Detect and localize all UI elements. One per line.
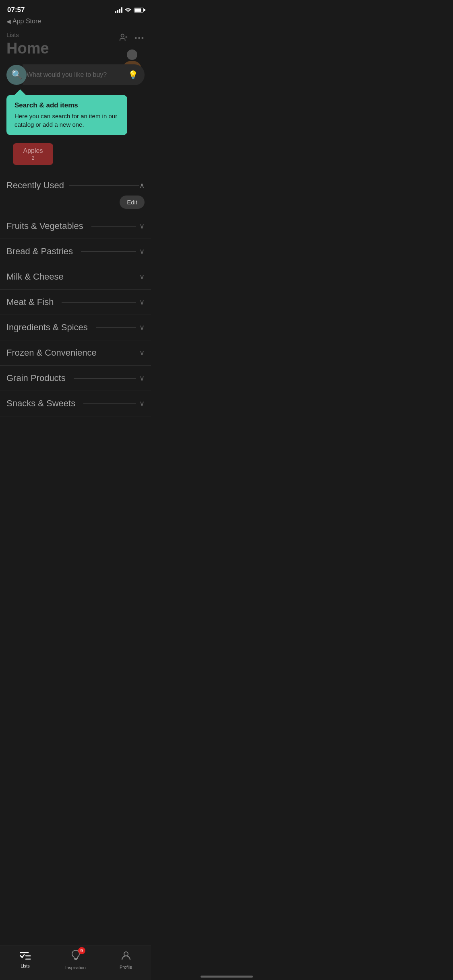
search-icon: 🔍 [11, 70, 22, 80]
battery-icon [134, 8, 144, 12]
section-divider [81, 251, 136, 252]
section-divider [62, 302, 136, 303]
app-store-label: App Store [12, 18, 41, 25]
apples-count: 2 [32, 155, 35, 161]
recently-used-chevron-icon[interactable]: ∧ [139, 181, 145, 190]
category-bread-pastries[interactable]: Bread & Pastries ∨ [0, 239, 151, 264]
search-circle[interactable]: 🔍 [6, 65, 27, 85]
apples-chip[interactable]: Apples 2 [13, 143, 53, 165]
section-divider [91, 226, 136, 226]
chevron-down-icon: ∨ [139, 247, 145, 256]
lists-label: Lists [6, 31, 49, 38]
section-divider [96, 327, 136, 328]
category-label: Fruits & Vegetables [6, 221, 83, 231]
signal-icon [115, 7, 122, 13]
chevron-down-icon: ∨ [139, 399, 145, 408]
status-bar: 07:57 [0, 0, 151, 18]
tooltip-body: Here you can search for an item in our c… [14, 112, 119, 129]
chevron-down-icon: ∨ [139, 272, 145, 281]
category-label: Ingredients & Spices [6, 322, 88, 333]
status-icons [115, 7, 144, 13]
chevron-down-icon: ∨ [139, 222, 145, 231]
section-divider [74, 378, 136, 379]
more-options-icon[interactable]: ••• [134, 34, 145, 43]
tooltip-title: Search & add items [14, 101, 119, 109]
category-milk-cheese[interactable]: Milk & Cheese ∨ [0, 264, 151, 290]
category-snacks-sweets[interactable]: Snacks & Sweets ∨ [0, 391, 151, 416]
chevron-down-icon: ∨ [139, 348, 145, 357]
lightbulb-icon[interactable]: 💡 [128, 70, 138, 80]
category-grain-products[interactable]: Grain Products ∨ [0, 366, 151, 391]
add-user-icon[interactable] [119, 33, 128, 44]
section-divider [105, 353, 136, 353]
tooltip-box: Search & add items Here you can search f… [6, 95, 127, 135]
back-arrow-icon: ◀ [6, 18, 11, 25]
section-divider [83, 404, 136, 404]
category-meat-fish[interactable]: Meat & Fish ∨ [0, 290, 151, 315]
page-title: Home [6, 40, 49, 57]
category-label: Grain Products [6, 373, 66, 383]
recent-items-row: Apples 2 [0, 135, 151, 173]
section-divider [72, 277, 136, 277]
category-label: Milk & Cheese [6, 272, 64, 282]
wifi-icon [125, 7, 131, 13]
category-label: Bread & Pastries [6, 246, 73, 257]
chevron-down-icon: ∨ [139, 323, 145, 332]
tooltip: Search & add items Here you can search f… [6, 89, 151, 135]
edit-button[interactable]: Edit [120, 196, 145, 209]
category-frozen-convenience[interactable]: Frozen & Convenience ∨ [0, 340, 151, 366]
chevron-down-icon: ∨ [139, 298, 145, 307]
category-label: Meat & Fish [6, 297, 54, 307]
recently-used-section: Recently Used ∧ [0, 173, 151, 194]
status-time: 07:57 [7, 6, 25, 14]
svg-point-0 [121, 34, 124, 37]
search-input[interactable]: What would you like to buy? 💡 [23, 64, 145, 85]
chevron-down-icon: ∨ [139, 374, 145, 383]
category-ingredients-spices[interactable]: Ingredients & Spices ∨ [0, 315, 151, 340]
recently-used-divider [69, 185, 139, 186]
recently-used-label: Recently Used [6, 180, 64, 191]
app-store-nav[interactable]: ◀ App Store [0, 18, 151, 28]
categories-list: Fruits & Vegetables ∨ Bread & Pastries ∨… [0, 214, 151, 416]
tooltip-arrow [14, 89, 26, 95]
category-label: Frozen & Convenience [6, 348, 97, 358]
apples-label: Apples [23, 147, 43, 154]
category-fruits-vegetables[interactable]: Fruits & Vegetables ∨ [0, 214, 151, 239]
search-placeholder-text: What would you like to buy? [27, 71, 107, 78]
category-label: Snacks & Sweets [6, 398, 75, 409]
search-bar[interactable]: 🔍 What would you like to buy? 💡 [0, 60, 151, 89]
header: Lists Home ••• [0, 28, 151, 60]
